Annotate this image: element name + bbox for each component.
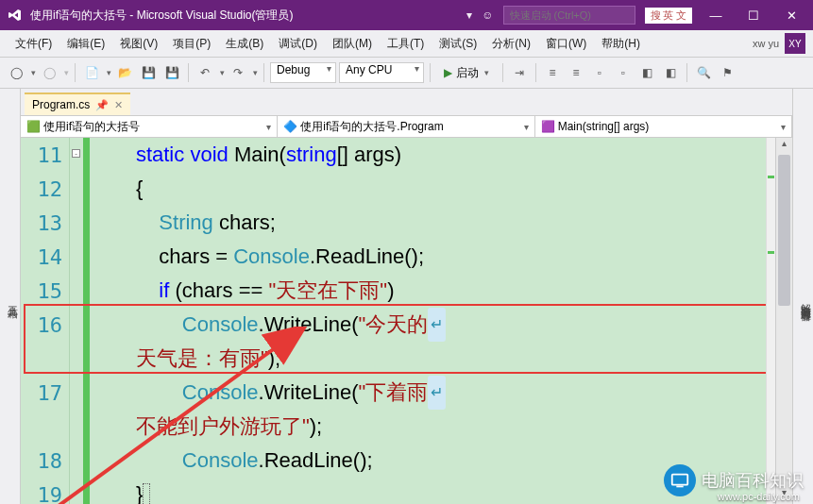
- window-title: 使用if语句的大括号 - Microsoft Visual Studio(管理员…: [30, 8, 294, 24]
- collapse-toggle[interactable]: -: [72, 149, 80, 158]
- comment-button[interactable]: ≡: [542, 62, 563, 83]
- code-line-wrap: 天气是：有雨");: [90, 342, 766, 376]
- watermark-logo-icon: [664, 464, 696, 496]
- config-combo[interactable]: Debug: [270, 62, 336, 83]
- menu-file[interactable]: 文件(F): [8, 32, 59, 56]
- main-toolbar: ◯▾ ◯▾ 📄▾ 📂 💾 💾 ↶▾ ↷▾ Debug Any CPU ▶ 启动 …: [0, 57, 813, 89]
- start-dd[interactable]: ▾: [484, 68, 489, 77]
- menu-project[interactable]: 项目(P): [165, 32, 218, 56]
- redo-button[interactable]: ↷: [228, 62, 248, 83]
- file-tab-program[interactable]: Program.cs 📌 ✕: [25, 92, 130, 115]
- nav-member-combo[interactable]: 🟪 Main(string[] args): [535, 116, 792, 137]
- scroll-up-icon[interactable]: ▴: [776, 138, 792, 155]
- new-project-button[interactable]: 📄: [81, 62, 102, 83]
- menu-analyze[interactable]: 分析(N): [484, 32, 538, 56]
- menu-tools[interactable]: 工具(T): [380, 32, 432, 56]
- overview-mark: [768, 176, 774, 178]
- watermark-text: 电脑百科知识: [702, 469, 804, 492]
- svg-rect-2: [676, 486, 683, 488]
- left-sidebar: 工具箱: [0, 89, 21, 504]
- nav-fwd-button[interactable]: ◯: [39, 62, 59, 83]
- menu-view[interactable]: 视图(V): [112, 32, 165, 56]
- vertical-scrollbar[interactable]: ▴ ▾: [775, 138, 792, 504]
- play-icon: ▶: [444, 66, 452, 79]
- ime-badge[interactable]: 搜 英 文: [645, 8, 693, 24]
- title-bar: 使用if语句的大括号 - Microsoft Visual Studio(管理员…: [0, 0, 813, 30]
- overview-ruler[interactable]: [766, 138, 775, 504]
- tab-close-icon[interactable]: ✕: [114, 99, 123, 111]
- feedback-icon[interactable]: ☺: [482, 8, 493, 22]
- menu-edit[interactable]: 编辑(E): [59, 32, 112, 56]
- line-number: 16: [21, 308, 70, 342]
- file-tab-label: Program.cs: [32, 98, 90, 111]
- indent-button[interactable]: ◧: [636, 62, 657, 83]
- minimize-button[interactable]: ―: [702, 8, 730, 23]
- bookmark-button[interactable]: ▫: [589, 62, 610, 83]
- find-button[interactable]: 🔍: [693, 62, 714, 83]
- code-content[interactable]: static void Main(string[] args) { String…: [90, 138, 766, 504]
- editor-area: Program.cs 📌 ✕ 🟩 使用if语句的大括号 🔷 使用if语句的大括号…: [21, 89, 792, 504]
- nav-fwd-dd[interactable]: ▾: [64, 68, 69, 77]
- outdent-button[interactable]: ◧: [660, 62, 681, 83]
- change-margin: [83, 138, 90, 504]
- nav-class-label: 使用if语句的大括号.Program: [300, 119, 443, 135]
- redo-dd[interactable]: ▾: [253, 68, 258, 77]
- start-label: 启动: [456, 65, 479, 81]
- right-sidebar: 解决方案资源管理器 团队资源管理器 诊断工具 属性: [792, 89, 813, 504]
- workspace: 工具箱 Program.cs 📌 ✕ 🟩 使用if语句的大括号 🔷 使用if语句…: [0, 89, 813, 504]
- start-debug-button[interactable]: ▶ 启动 ▾: [436, 62, 497, 83]
- nav-back-button[interactable]: ◯: [6, 62, 26, 83]
- save-button[interactable]: 💾: [138, 62, 159, 83]
- open-button[interactable]: 📂: [114, 62, 135, 83]
- line-number: 13: [21, 206, 70, 240]
- maximize-button[interactable]: ☐: [739, 8, 768, 23]
- class-icon: 🔷: [283, 120, 296, 133]
- undo-dd[interactable]: ▾: [220, 68, 225, 77]
- user-avatar[interactable]: XY: [785, 33, 805, 54]
- line-number: 11: [21, 138, 70, 172]
- scroll-thumb[interactable]: [778, 155, 790, 306]
- nav-bar: 🟩 使用if语句的大括号 🔷 使用if语句的大括号.Program 🟪 Main…: [21, 115, 792, 138]
- line-number: 19: [21, 478, 70, 504]
- line-number: 14: [21, 240, 70, 274]
- wrap-indicator-icon: ↵: [428, 308, 446, 342]
- code-line-wrap: 不能到户外游玩了");: [90, 410, 766, 444]
- nav-back-dd[interactable]: ▾: [31, 68, 36, 77]
- menu-build[interactable]: 生成(B): [218, 32, 271, 56]
- code-line: if (chars == "天空在下雨"): [90, 274, 766, 308]
- toolbox-tab[interactable]: 工具箱: [6, 298, 20, 301]
- new-dd[interactable]: ▾: [107, 68, 111, 77]
- save-all-button[interactable]: 💾: [161, 62, 182, 83]
- bookmark2-button[interactable]: ▫: [613, 62, 634, 83]
- nav-project-label: 使用if语句的大括号: [43, 119, 140, 135]
- notification-icon[interactable]: ▾: [466, 8, 472, 22]
- undo-button[interactable]: ↶: [195, 62, 215, 83]
- line-number: 18: [21, 444, 70, 478]
- vs-logo-icon: [8, 8, 23, 23]
- watermark-url: www.pc-daily.com: [718, 491, 800, 502]
- flag-button[interactable]: ⚑: [717, 62, 737, 83]
- code-line: {: [90, 172, 766, 206]
- code-line: Console.WriteLine("今天的 ↵: [90, 308, 766, 342]
- menu-window[interactable]: 窗口(W): [538, 32, 594, 56]
- solution-explorer-tab[interactable]: 解决方案资源管理器: [799, 295, 813, 304]
- nav-class-combo[interactable]: 🔷 使用if语句的大括号.Program: [278, 116, 534, 137]
- platform-combo[interactable]: Any CPU: [339, 62, 424, 83]
- quick-launch-input[interactable]: [503, 6, 635, 25]
- user-name[interactable]: xw yu: [753, 38, 779, 49]
- code-line: Console.WriteLine("下着雨 ↵: [90, 376, 766, 410]
- uncomment-button[interactable]: ≡: [566, 62, 586, 83]
- menu-team[interactable]: 团队(M): [325, 32, 380, 56]
- step-button[interactable]: ⇥: [509, 62, 530, 83]
- pin-icon[interactable]: 📌: [95, 99, 109, 111]
- menu-test[interactable]: 测试(S): [432, 32, 484, 56]
- menu-debug[interactable]: 调试(D): [271, 32, 325, 56]
- nav-member-label: Main(string[] args): [558, 120, 650, 133]
- nav-project-combo[interactable]: 🟩 使用if语句的大括号: [21, 116, 278, 137]
- menu-help[interactable]: 帮助(H): [594, 32, 648, 56]
- close-button[interactable]: ✕: [777, 8, 805, 23]
- code-editor[interactable]: 11 12 13 14 15 16 17 18 19 - static void…: [21, 138, 792, 504]
- cursor: [143, 483, 150, 504]
- code-line: static void Main(string[] args): [90, 138, 766, 172]
- line-number: 17: [21, 376, 70, 410]
